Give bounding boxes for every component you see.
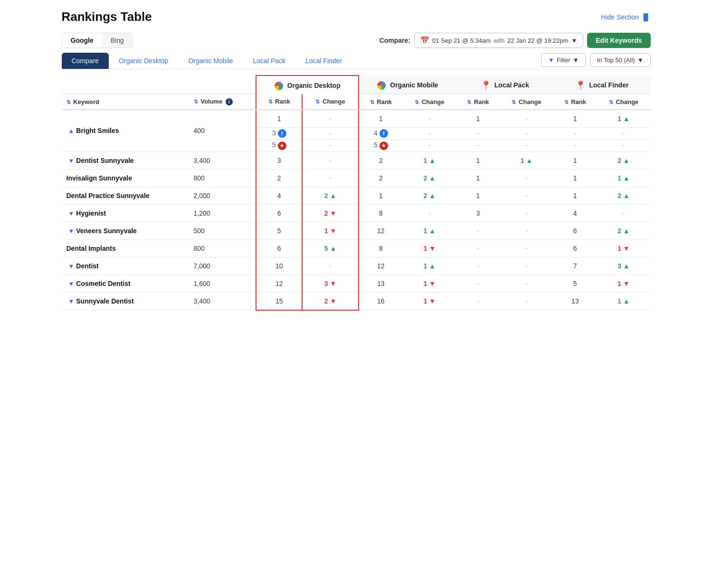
om-change-cell: - bbox=[403, 204, 456, 222]
compare-label: Compare: bbox=[380, 37, 410, 44]
date-range-button[interactable]: 📅 01 Sep 21 @ 5:34am with 22 Jan 22 @ 19… bbox=[414, 33, 583, 48]
change-value-up: 2 ▲ bbox=[324, 192, 337, 199]
keyword-cell: ▼ Veneers Sunnyvale bbox=[62, 222, 189, 239]
date-from: 01 Sep 21 @ 5:34am bbox=[432, 37, 491, 44]
rankings-table-container: Organic Desktop Organic Mobile 📍 Local P… bbox=[62, 75, 651, 311]
chevron-up-icon[interactable]: ▲ bbox=[68, 127, 75, 134]
lp-change-cell: - bbox=[500, 275, 553, 292]
om-rank-col-header[interactable]: ⇅ Rank bbox=[359, 94, 403, 110]
lp-change-cell: - bbox=[500, 128, 553, 140]
change-value-down: 1 ▼ bbox=[617, 280, 630, 287]
od-change-cell: - bbox=[302, 169, 359, 187]
change-value-up: 2 ▲ bbox=[617, 227, 630, 235]
table-row: ▼ Dentist 7,000 10 - 12 1 ▲ - - 7 3 ▲ bbox=[62, 257, 651, 275]
om-change-sort-icon: ⇅ bbox=[415, 99, 419, 105]
lf-change-col-header[interactable]: ⇅ Change bbox=[597, 94, 650, 110]
rank-value: 4 bbox=[277, 192, 281, 199]
lp-rank-col-header[interactable]: ⇅ Rank bbox=[456, 94, 500, 110]
volume-col-header[interactable]: ⇅ Volume i bbox=[189, 94, 256, 110]
od-rank-col-header[interactable]: ⇅ Rank bbox=[256, 94, 302, 110]
om-rank-cell: 5★ bbox=[359, 140, 403, 152]
change-dash: - bbox=[525, 192, 528, 199]
rank-value: 1 bbox=[573, 192, 577, 199]
google-engine-tab[interactable]: Google bbox=[62, 33, 102, 47]
keyword-col-header[interactable]: ⇅ Keyword bbox=[62, 94, 189, 110]
od-change-col-header[interactable]: ⇅ Change bbox=[302, 94, 359, 110]
keyword-cell: ▲ Bright Smiles bbox=[62, 110, 189, 152]
lf-change-cell: 2 ▲ bbox=[597, 187, 650, 204]
tab-organic-mobile[interactable]: Organic Mobile bbox=[178, 53, 243, 69]
tab-compare[interactable]: Compare bbox=[62, 53, 109, 69]
chevron-down-icon[interactable]: ▼ bbox=[68, 298, 75, 305]
keyword-cell: ▼ Dentist bbox=[62, 257, 189, 275]
lf-change-cell: 1 ▼ bbox=[597, 239, 650, 257]
rank-value: 8 bbox=[379, 209, 383, 217]
chevron-down-icon[interactable]: ▼ bbox=[68, 228, 75, 235]
local-pack-group-header: 📍 Local Pack bbox=[456, 76, 553, 94]
change-value-down: 1 ▼ bbox=[324, 227, 337, 235]
table-row: ▼ Sunnyvale Dentist 3,400 15 2 ▼ 16 1 ▼ … bbox=[62, 292, 651, 310]
hide-section-button[interactable]: Hide Section ▐▌ bbox=[601, 13, 650, 21]
lp-rank-cell: - bbox=[456, 222, 500, 239]
chevron-down-icon[interactable]: ▼ bbox=[68, 263, 75, 270]
od-rank-cell: 5 bbox=[256, 222, 302, 239]
lp-change-col-header[interactable]: ⇅ Change bbox=[500, 94, 553, 110]
rank-value: 5★ bbox=[374, 141, 388, 149]
yelp-icon: ★ bbox=[380, 142, 388, 150]
lf-change-cell: 1 ▲ bbox=[597, 110, 650, 128]
om-change-cell: 1 ▲ bbox=[403, 222, 456, 239]
keyword-cell: Dental Implants bbox=[62, 239, 189, 257]
om-change-cell: 1 ▼ bbox=[403, 292, 456, 310]
page-title: Rankings Table bbox=[62, 9, 152, 24]
lf-rank-cell: - bbox=[553, 128, 597, 140]
rank-value: 1 bbox=[476, 174, 480, 182]
bing-engine-tab[interactable]: Bing bbox=[102, 33, 133, 47]
od-change-cell: 5 ▲ bbox=[302, 239, 359, 257]
change-value-down: 1 ▼ bbox=[423, 245, 436, 252]
table-row: ▼ Cosmetic Dentist 1,600 12 3 ▼ 13 1 ▼ -… bbox=[62, 275, 651, 292]
chevron-down-icon[interactable]: ▼ bbox=[68, 157, 75, 164]
od-rank-cell: 15 bbox=[256, 292, 302, 310]
volume-cell: 400 bbox=[189, 110, 256, 152]
rank-dash: - bbox=[477, 297, 479, 305]
rank-dash: - bbox=[477, 245, 479, 252]
organic-desktop-group-header: Organic Desktop bbox=[256, 76, 359, 94]
filter-label: Filter bbox=[557, 57, 570, 64]
chevron-down-icon[interactable]: ▼ bbox=[68, 210, 75, 217]
facebook-icon: f bbox=[278, 129, 286, 138]
od-change-sort-icon: ⇅ bbox=[315, 99, 320, 104]
volume-cell: 800 bbox=[189, 239, 256, 257]
table-row: Dental Implants 800 6 5 ▲ 8 1 ▼ - - 6 1 … bbox=[62, 239, 651, 257]
chevron-down-icon[interactable]: ▼ bbox=[68, 280, 75, 287]
change-dash: - bbox=[525, 245, 528, 252]
change-dash: - bbox=[525, 130, 528, 137]
om-change-col-header[interactable]: ⇅ Change bbox=[403, 94, 456, 110]
lp-change-cell: - bbox=[500, 257, 553, 275]
lp-change-cell: - bbox=[500, 169, 553, 187]
change-dash: - bbox=[525, 297, 528, 305]
rank-value: 6 bbox=[573, 227, 577, 235]
rank-value: 2 bbox=[277, 174, 281, 182]
om-change-cell: 1 ▲ bbox=[403, 152, 456, 169]
edit-keywords-button[interactable]: Edit Keywords bbox=[587, 33, 650, 48]
om-rank-cell: 8 bbox=[359, 204, 403, 222]
filter-button[interactable]: ▼ Filter ▼ bbox=[541, 53, 586, 67]
change-value-up: 5 ▲ bbox=[324, 245, 337, 252]
keyword-cell: Dental Practice Sunnyvale bbox=[62, 187, 189, 204]
rank-value: 1 bbox=[476, 157, 480, 164]
top50-button[interactable]: In Top 50 (All) ▼ bbox=[590, 53, 651, 67]
change-dash: - bbox=[329, 174, 332, 182]
change-dash: - bbox=[623, 142, 625, 149]
keyword-cell: ▼ Sunnyvale Dentist bbox=[62, 292, 189, 310]
lf-rank-col-header[interactable]: ⇅ Rank bbox=[553, 94, 597, 110]
tab-local-finder[interactable]: Local Finder bbox=[295, 53, 352, 69]
od-rank-cell: 10 bbox=[256, 257, 302, 275]
tab-local-pack[interactable]: Local Pack bbox=[243, 53, 295, 69]
rank-value: 15 bbox=[275, 297, 283, 305]
lf-change-cell: - bbox=[597, 204, 650, 222]
keyword-cell: Invisalign Sunnyvale bbox=[62, 169, 189, 187]
od-change-cell: - bbox=[302, 257, 359, 275]
volume-cell: 7,000 bbox=[189, 257, 256, 275]
volume-info-icon[interactable]: i bbox=[226, 98, 233, 105]
tab-organic-desktop[interactable]: Organic Desktop bbox=[109, 53, 178, 69]
